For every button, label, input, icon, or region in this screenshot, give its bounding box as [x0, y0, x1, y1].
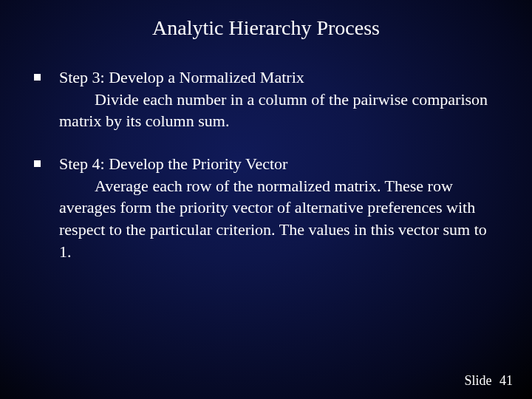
list-item: Step 4: Develop the Priority Vector Aver…	[28, 153, 497, 262]
slide-number: 41	[499, 373, 513, 388]
slide-footer: Slide 41	[464, 373, 513, 389]
list-item: Step 3: Develop a Normalized Matrix Divi…	[28, 66, 497, 132]
bullet-list: Step 3: Develop a Normalized Matrix Divi…	[28, 66, 497, 263]
bullet-body: Average each row of the normalized matri…	[59, 175, 497, 263]
bullet-heading: Step 3: Develop a Normalized Matrix	[59, 66, 497, 89]
bullet-heading: Step 4: Develop the Priority Vector	[59, 153, 497, 175]
footer-label: Slide	[464, 373, 491, 388]
bullet-body: Divide each number in a column of the pa…	[59, 89, 497, 132]
bullet-square-icon	[34, 160, 41, 167]
bullet-square-icon	[34, 74, 41, 81]
slide: Analytic Hierarchy Process Step 3: Devel…	[0, 0, 532, 399]
slide-title: Analytic Hierarchy Process	[35, 16, 497, 40]
